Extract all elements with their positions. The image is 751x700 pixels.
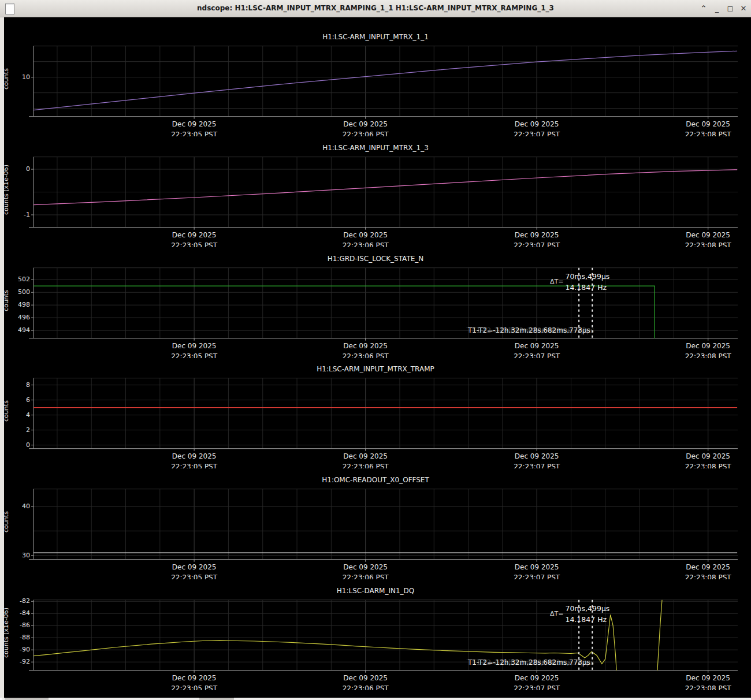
- cursor-delta-values: 70ms,499µs14.1847 Hz: [565, 271, 609, 293]
- y-tick-label: 498: [3, 301, 30, 308]
- x-tick-time: 22:23:08 PST: [674, 683, 743, 690]
- x-tick-label: Dec 09 202522:23:06 PST: [331, 119, 400, 136]
- plot-title: H1:LSC-ARM_INPUT_MTRX_1_1: [0, 33, 751, 41]
- x-tick-time: 22:23:05 PST: [159, 240, 229, 247]
- x-tick-label: Dec 09 202522:23:05 PST: [159, 451, 229, 468]
- x-tick-date: Dec 09 2025: [159, 341, 229, 351]
- x-tick-date: Dec 09 2025: [159, 451, 229, 461]
- y-tick-label: 4: [3, 411, 30, 419]
- y-tick-label: 494: [3, 326, 30, 334]
- y-tick-label: 500: [3, 288, 30, 296]
- x-tick-time: 22:23:06 PST: [331, 240, 400, 247]
- cursor-delta-label: ΔT=: [550, 610, 563, 617]
- y-tick-label: -84: [3, 609, 30, 617]
- cursor-t1t2-readout: T1-T2=-12h,32m,28s,682ms,773µs: [468, 658, 590, 667]
- cursor-delta-freq: 14.1847 Hz: [565, 614, 609, 625]
- x-tick-date: Dec 09 2025: [502, 119, 571, 129]
- y-tick-label: -1: [3, 211, 30, 218]
- maximize-button[interactable]: ◻: [724, 3, 736, 14]
- x-tick-date: Dec 09 2025: [159, 119, 229, 129]
- x-tick-label: Dec 09 202522:23:06 PST: [331, 673, 400, 690]
- y-tick-label: -86: [3, 621, 30, 629]
- plot-title: H1:LSC-ARM_INPUT_MTRX_TRAMP: [0, 365, 751, 373]
- x-tick-time: 22:23:08 PST: [674, 572, 743, 579]
- y-tick-label: -88: [3, 634, 30, 641]
- y-tick-label: -90: [3, 646, 30, 653]
- x-tick-time: 22:23:08 PST: [674, 461, 743, 468]
- plot-cell-5: H1:LSC-DARM_IN1_DQcounts (x1e-06)-82-84-…: [0, 579, 751, 690]
- x-tick-time: 22:23:06 PST: [331, 572, 400, 579]
- close-button[interactable]: ✕: [738, 3, 749, 14]
- x-tick-label: Dec 09 202522:23:07 PST: [502, 562, 571, 579]
- x-tick-label: Dec 09 202522:23:08 PST: [674, 230, 743, 247]
- x-tick-time: 22:23:06 PST: [331, 129, 400, 136]
- x-tick-time: 22:23:08 PST: [674, 129, 743, 136]
- x-tick-label: Dec 09 202522:23:06 PST: [331, 451, 400, 468]
- x-tick-date: Dec 09 2025: [502, 562, 571, 572]
- x-tick-time: 22:23:06 PST: [331, 351, 400, 358]
- plot-title: H1:GRD-ISC_LOCK_STATE_N: [0, 255, 751, 263]
- plot-cell-0: H1:LSC-ARM_INPUT_MTRX_1_1counts10Dec 09 …: [0, 25, 751, 136]
- y-tick-label: 10: [3, 73, 30, 81]
- x-tick-date: Dec 09 2025: [331, 673, 400, 683]
- x-tick-time: 22:23:07 PST: [502, 572, 571, 579]
- x-tick-date: Dec 09 2025: [502, 230, 571, 240]
- x-tick-label: Dec 09 202522:23:06 PST: [331, 562, 400, 579]
- y-tick-label: -82: [3, 597, 30, 605]
- x-tick-date: Dec 09 2025: [159, 230, 229, 240]
- minimize-button[interactable]: _: [711, 3, 723, 14]
- toolbar-button-edge-0[interactable]: [5, 698, 49, 700]
- plot-grid: H1:LSC-ARM_INPUT_MTRX_1_1counts10Dec 09 …: [0, 17, 751, 698]
- cursor-delta-time: 70ms,499µs: [565, 603, 609, 614]
- x-tick-time: 22:23:06 PST: [331, 461, 400, 468]
- x-tick-date: Dec 09 2025: [331, 562, 400, 572]
- x-tick-date: Dec 09 2025: [674, 341, 743, 351]
- cursor-delta-time: 70ms,499µs: [565, 271, 609, 282]
- y-tick-label: 2: [3, 426, 30, 434]
- x-tick-label: Dec 09 202522:23:06 PST: [331, 341, 400, 358]
- cursor-delta-readout: ΔT=70ms,499µs14.1847 Hz: [550, 271, 609, 293]
- x-tick-date: Dec 09 2025: [159, 673, 229, 683]
- x-tick-date: Dec 09 2025: [674, 230, 743, 240]
- plot-cell-3: H1:LSC-ARM_INPUT_MTRX_TRAMPcounts86420De…: [0, 358, 751, 468]
- x-tick-label: Dec 09 202522:23:08 PST: [674, 341, 743, 358]
- plot-title: H1:LSC-DARM_IN1_DQ: [0, 587, 751, 595]
- x-tick-label: Dec 09 202522:23:05 PST: [159, 562, 229, 579]
- x-tick-time: 22:23:05 PST: [159, 129, 229, 136]
- y-tick-label: 502: [3, 275, 30, 283]
- x-tick-time: 22:23:05 PST: [159, 683, 229, 690]
- x-tick-label: Dec 09 202522:23:07 PST: [502, 230, 571, 247]
- y-tick-label: 0: [3, 165, 30, 173]
- x-tick-date: Dec 09 2025: [674, 119, 743, 129]
- cursor-delta-readout: ΔT=70ms,499µs14.1847 Hz: [550, 603, 609, 625]
- x-tick-label: Dec 09 202522:23:06 PST: [331, 230, 400, 247]
- plot-title: H1:LSC-ARM_INPUT_MTRX_1_3: [0, 144, 751, 152]
- x-tick-time: 22:23:07 PST: [502, 461, 571, 468]
- y-tick-label: -92: [3, 658, 30, 665]
- title-bar[interactable]: ndscope: H1:LSC-ARM_INPUT_MTRX_RAMPING_1…: [0, 0, 751, 17]
- x-tick-date: Dec 09 2025: [331, 230, 400, 240]
- x-tick-date: Dec 09 2025: [331, 341, 400, 351]
- toolbar-button-edge-1[interactable]: [199, 698, 234, 700]
- y-tick-label: 8: [3, 381, 30, 389]
- plot-cell-4: H1:OMC-READOUT_X0_OFFSETcounts4030Dec 09…: [0, 468, 751, 579]
- x-tick-time: 22:23:05 PST: [159, 351, 229, 358]
- x-tick-label: Dec 09 202522:23:07 PST: [502, 451, 571, 468]
- data-trace: [33, 51, 737, 110]
- x-tick-label: Dec 09 202522:23:07 PST: [502, 341, 571, 358]
- x-tick-time: 22:23:07 PST: [502, 683, 571, 690]
- y-tick-label: 0: [3, 441, 30, 449]
- x-tick-label: Dec 09 202522:23:05 PST: [159, 230, 229, 247]
- x-tick-date: Dec 09 2025: [502, 451, 571, 461]
- x-tick-time: 22:23:08 PST: [674, 351, 743, 358]
- x-tick-label: Dec 09 202522:23:08 PST: [674, 451, 743, 468]
- y-tick-label: 496: [3, 314, 30, 321]
- shade-button[interactable]: ⌃: [698, 3, 709, 14]
- x-tick-label: Dec 09 202522:23:08 PST: [674, 673, 743, 690]
- plot-cell-1: H1:LSC-ARM_INPUT_MTRX_1_3counts (x1e-06)…: [0, 136, 751, 247]
- x-tick-time: 22:23:05 PST: [159, 572, 229, 579]
- x-tick-date: Dec 09 2025: [674, 673, 743, 683]
- x-tick-time: 22:23:07 PST: [502, 129, 571, 136]
- toolbar-edge-sliver: [0, 698, 2, 700]
- y-tick-label: 40: [3, 502, 30, 510]
